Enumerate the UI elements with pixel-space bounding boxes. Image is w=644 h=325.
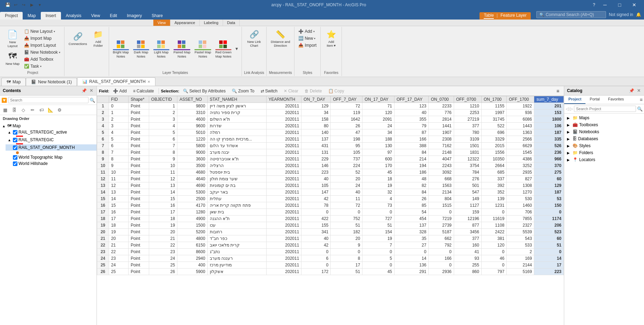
catalog-pin-icon[interactable]: 📌	[628, 88, 635, 94]
tab-map[interactable]: Map	[23, 12, 40, 20]
contents-search-input[interactable]	[8, 97, 89, 103]
catalog-item-styles[interactable]: ▶ 🎨 Styles	[564, 142, 644, 149]
tab-insert[interactable]: Insert	[41, 12, 61, 20]
tab-feature-layer[interactable]: Feature Layer	[500, 13, 527, 19]
close-btn[interactable]: ✕	[627, 0, 641, 10]
quick-access-toolbar[interactable]: 💾 ↩ ↪ ▶ ▾	[3, 1, 45, 8]
layer-templates-more-btn[interactable]: ▼	[234, 38, 239, 59]
col-header-on0700[interactable]: ON_0700	[429, 96, 454, 103]
add-toolbox-btn[interactable]: 🧰 Add Toolbox	[22, 56, 62, 62]
maximize-btn[interactable]: □	[613, 0, 627, 10]
distance-direction-btn[interactable]: 📏 Distance andDirection	[269, 28, 292, 49]
import-layout-btn[interactable]: 📥 Import Layout	[22, 42, 62, 48]
bright-map-notes-btn[interactable]: Bright MapNotes	[111, 38, 131, 59]
delete-btn[interactable]: 🗑 Delete	[302, 88, 324, 94]
add-style-btn[interactable]: ➕ Add ▾	[297, 28, 318, 35]
sub-tab-appearance[interactable]: Appearance	[170, 20, 200, 26]
paired-map-notes-btn[interactable]: Paired MapNotes	[172, 38, 192, 59]
col-header-rownum[interactable]	[97, 96, 109, 103]
help-icon[interactable]: ?	[593, 2, 595, 7]
contents-pin-icon[interactable]: 📌	[81, 88, 87, 94]
copy-btn[interactable]: 📋 Copy	[326, 88, 347, 94]
import-map-btn[interactable]: 📥 Import Map	[22, 35, 62, 41]
col-header-on7day[interactable]: ON_7_DAY	[301, 96, 331, 103]
tab-edit[interactable]: Edit	[105, 12, 122, 20]
tab-analysis[interactable]: Analysis	[61, 12, 86, 20]
rail-strategic-item[interactable]: ▲ RAIL_STRATEGIC	[6, 137, 97, 143]
col-header-off1700[interactable]: OFF_1700	[507, 96, 534, 103]
col-header-stat-nameh[interactable]: STAT_NAMEH	[207, 96, 266, 103]
col-header-asset-no[interactable]: ASSET_NO	[177, 96, 208, 103]
world-topo-item[interactable]: World Topographic Map	[6, 154, 97, 160]
new-link-chart-btn[interactable]: 🔗 New LinkChart	[245, 28, 263, 49]
col-header-fid[interactable]: FID	[109, 96, 128, 103]
rail-active-item[interactable]: ▲ RAIL_STRATEGIC_active	[6, 129, 97, 135]
catalog-item-notebooks[interactable]: ▶ 📓 Notebooks	[564, 128, 644, 135]
catalog-item-databases[interactable]: ▶ 🗄 Databases	[564, 135, 644, 142]
add-item-btn[interactable]: ⭐ AddItem ▾	[323, 28, 339, 49]
table-menu-btn[interactable]: ≡	[554, 88, 562, 95]
layer-tool-5[interactable]: 🏷	[37, 106, 46, 114]
dark-map-notes-btn[interactable]: Dark MapNotes	[131, 38, 151, 59]
col-header-yearmonth[interactable]: YEARMONTH	[266, 96, 301, 103]
minimize-btn[interactable]: ─	[598, 0, 612, 10]
doc-tab-table[interactable]: 📊 RAIL_STAT_ONOFF_MONTH ✕	[77, 77, 155, 86]
rail-strategic-expand[interactable]: ▲	[7, 138, 12, 142]
calculate-btn[interactable]: ≡ Calculate	[131, 88, 156, 94]
qat-dropdown[interactable]: ▾	[36, 1, 43, 8]
col-header-on17day[interactable]: ON_17_DAY	[362, 96, 394, 103]
new-report-btn[interactable]: 📋 New Layout ▾	[22, 28, 62, 35]
add-field-btn[interactable]: ➕ Add	[110, 88, 129, 94]
red-green-map-notes-btn[interactable]: Red GreenMap Notes	[214, 38, 233, 59]
layer-tool-3[interactable]: ◇	[19, 106, 28, 114]
catalog-search-icon[interactable]: 🔍	[637, 106, 643, 112]
tab-share[interactable]: Share	[147, 12, 168, 20]
undo-btn[interactable]: ↩	[12, 1, 19, 8]
catalog-item-locators[interactable]: ▶ 📍 Locators	[564, 156, 644, 163]
catalog-tab-favorites[interactable]: Favorites	[604, 96, 628, 104]
layer-item-map[interactable]: ▲ 🗺 Map	[0, 123, 97, 129]
layer-tool-6[interactable]: 📐	[46, 106, 55, 114]
col-header-off17day[interactable]: OFF_17_DAY	[394, 96, 429, 103]
user-status[interactable]: Not signed in	[609, 12, 633, 17]
map-expand-icon[interactable]: ▲	[1, 124, 6, 128]
world-hillshade-check[interactable]	[13, 161, 17, 166]
rail-active-expand[interactable]: ▲	[7, 130, 12, 134]
catalog-back-icon[interactable]: ◁	[566, 106, 569, 111]
rail-stat-item[interactable]: RAIL_STAT_ONOFF_MONTH	[6, 144, 97, 151]
col-header-shape[interactable]: Shape*	[128, 96, 149, 103]
rail-active-check[interactable]	[13, 130, 17, 135]
zoom-to-btn[interactable]: 🔍 Zoom To	[229, 88, 256, 94]
add-folder-btn[interactable]: 📁 AddFolder	[90, 28, 107, 49]
table-scroll[interactable]: FID Shape* OBJECTID ASSET_NO STAT_NAMEH …	[97, 96, 564, 325]
new-notebook-btn[interactable]: 📓 New Notebook ▾	[22, 49, 62, 55]
search-magnifier-icon[interactable]: 🔍	[90, 98, 95, 103]
world-hillshade-item[interactable]: World Hillshade	[6, 160, 97, 167]
tab-imagery[interactable]: Imagery	[122, 12, 147, 20]
layer-tool-4[interactable]: ✏	[28, 106, 37, 114]
catalog-close-icon[interactable]: ✕	[636, 88, 641, 94]
clear-btn[interactable]: ✕ Clear	[281, 88, 301, 94]
new-layout-btn[interactable]: 📄 NewLayout	[3, 28, 22, 50]
catalog-item-folders[interactable]: ▶ 📁 Folders	[564, 149, 644, 156]
contents-close-icon[interactable]: ✕	[89, 88, 94, 94]
tab-view[interactable]: View	[86, 12, 105, 20]
catalog-header-icons[interactable]: 📌 ✕	[628, 88, 641, 94]
catalog-search-input[interactable]	[574, 106, 636, 112]
catalog-item-toolboxes[interactable]: ▶ 🧰 Toolboxes	[564, 121, 644, 128]
col-header-on1700[interactable]: ON_1700	[481, 96, 506, 103]
run-btn[interactable]: ▶	[28, 1, 35, 8]
catalog-menu-icon[interactable]: ≡	[638, 96, 644, 104]
layer-tool-1[interactable]: ▦	[1, 106, 9, 114]
tab-table[interactable]: Table	[484, 13, 494, 19]
notification-icon[interactable]: 🔔	[636, 12, 641, 17]
connections-btn[interactable]: 🔗 Connections	[67, 28, 89, 49]
window-controls[interactable]: ─ □ ✕	[598, 0, 641, 10]
col-header-off7day[interactable]: OFF_7_DAY	[331, 96, 362, 103]
col-header-objectid[interactable]: OBJECTID	[149, 96, 177, 103]
light-map-notes-btn[interactable]: Light MapNotes	[152, 38, 171, 59]
sub-tab-labeling[interactable]: Labeling	[200, 20, 223, 26]
sub-tab-view[interactable]: View	[153, 20, 170, 26]
col-header-off0700[interactable]: OFF_0700	[454, 96, 481, 103]
table-tab-close[interactable]: ✕	[147, 80, 150, 84]
